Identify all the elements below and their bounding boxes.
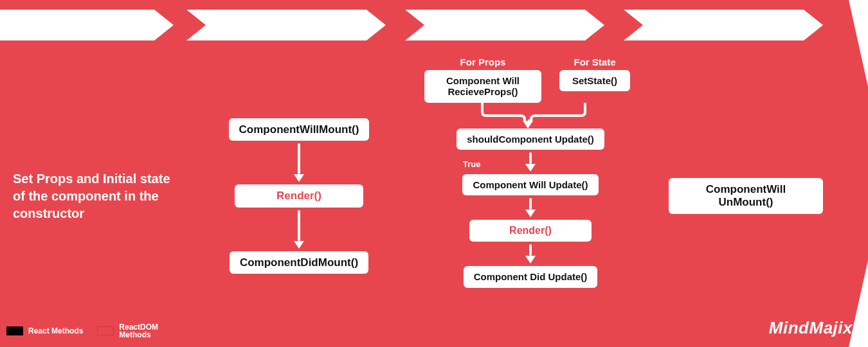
header-arrow-initialization: Initialization <box>405 10 604 40</box>
svg-marker-5 <box>405 10 604 40</box>
legend-item-reactdom-methods: ReactDOM Methods <box>97 323 177 339</box>
updation-content: Set Props and Initial state of the compo… <box>13 51 174 341</box>
box-render-mounting: Render() <box>235 184 363 208</box>
mounting-content: ComponentWillMount() Render() ComponentD… <box>222 51 376 341</box>
svg-marker-7 <box>0 10 174 40</box>
header-arrow-unmounting: Unmounting <box>624 10 823 40</box>
header-arrow-updation: Updation <box>0 10 174 40</box>
label-for-state: For State <box>574 57 615 67</box>
box-set-state: SetState() <box>559 70 630 91</box>
unmounting-content: ComponentWill UnMount() <box>669 51 823 341</box>
box-component-will-mount: ComponentWillMount() <box>229 118 370 141</box>
label-true: True <box>463 159 480 169</box>
legend-item-react-methods: React Methods <box>6 326 83 335</box>
box-component-will-receive-props: Component Will RecieveProps() <box>424 70 541 103</box>
lifecycle-diagram: Unmounting Initialization Mounting Updat… <box>0 0 868 347</box>
box-render-initialization: Render() <box>469 220 592 242</box>
box-component-did-mount: ComponentDidMount() <box>230 251 368 274</box>
legend-label-reactdom-methods: ReactDOM Methods <box>119 323 177 339</box>
box-should-component-update: shouldComponent Update() <box>457 129 604 150</box>
brand-logo: MindMajix <box>769 318 853 338</box>
legend: React Methods ReactDOM Methods <box>6 323 177 339</box>
arrow-merge-icon <box>424 103 637 129</box>
header-arrow-mounting: Mounting <box>186 10 386 40</box>
svg-marker-4 <box>624 10 823 40</box>
svg-marker-6 <box>186 10 386 40</box>
box-component-did-update: Component Did Update() <box>464 266 598 287</box>
box-component-will-update: Component Will Update() <box>462 174 598 195</box>
legend-label-react-methods: React Methods <box>28 327 83 335</box>
box-component-will-unmount: ComponentWill UnMount() <box>669 178 823 213</box>
label-for-props: For Props <box>460 57 506 67</box>
initialization-content: For Props Component Will RecieveProps() … <box>424 57 637 288</box>
swatch-black-icon <box>6 326 23 335</box>
updation-description: Set Props and Initial state of the compo… <box>13 170 174 222</box>
svg-marker-9 <box>523 121 533 129</box>
swatch-red-icon <box>97 326 114 335</box>
